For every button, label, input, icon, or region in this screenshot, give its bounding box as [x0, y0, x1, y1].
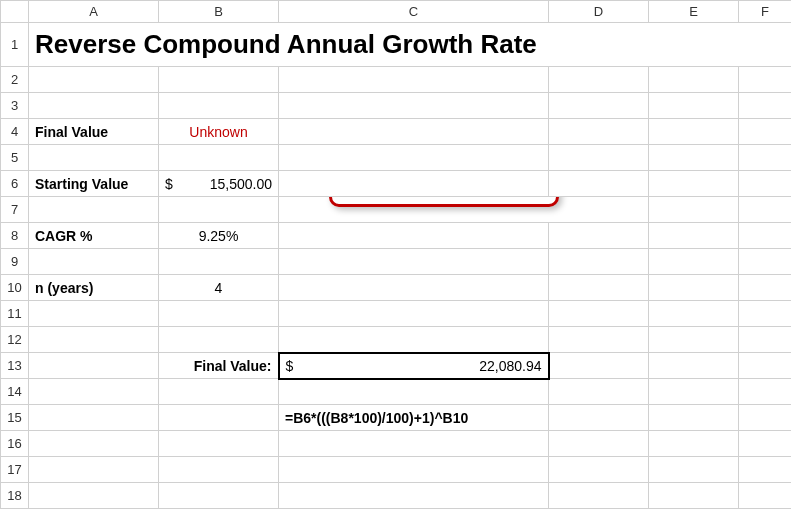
cell-E13[interactable]	[649, 353, 739, 379]
col-header-C[interactable]: C	[279, 1, 549, 23]
cell-A12[interactable]	[29, 327, 159, 353]
row-header-10[interactable]: 10	[1, 275, 29, 301]
cell-C16[interactable]	[279, 431, 549, 457]
cell-E9[interactable]	[649, 249, 739, 275]
cell-C14[interactable]	[279, 379, 549, 405]
row-header-4[interactable]: 4	[1, 119, 29, 145]
cell-A5[interactable]	[29, 145, 159, 171]
cell-D11[interactable]	[549, 301, 649, 327]
cagr-label[interactable]: CAGR %	[29, 223, 159, 249]
cell-D10[interactable]	[549, 275, 649, 301]
row-header-3[interactable]: 3	[1, 93, 29, 119]
starting-value-label[interactable]: Starting Value	[29, 171, 159, 197]
row-header-17[interactable]: 17	[1, 457, 29, 483]
cell-B17[interactable]	[159, 457, 279, 483]
cell-F15[interactable]	[739, 405, 792, 431]
cell-F8[interactable]	[739, 223, 792, 249]
cell-D15[interactable]	[549, 405, 649, 431]
cell-D17[interactable]	[549, 457, 649, 483]
cell-F17[interactable]	[739, 457, 792, 483]
final-value-label[interactable]: Final Value	[29, 119, 159, 145]
cell-A16[interactable]	[29, 431, 159, 457]
cell-B15[interactable]	[159, 405, 279, 431]
cell-E17[interactable]	[649, 457, 739, 483]
cell-A15[interactable]	[29, 405, 159, 431]
cell-F13[interactable]	[739, 353, 792, 379]
spreadsheet-grid[interactable]: A B C D E F 1 Reverse Compound Annual Gr…	[0, 0, 791, 509]
starting-value-cell[interactable]: $ 15,500.00	[159, 171, 279, 197]
col-header-B[interactable]: B	[159, 1, 279, 23]
cell-E16[interactable]	[649, 431, 739, 457]
col-header-A[interactable]: A	[29, 1, 159, 23]
cell-C9[interactable]	[279, 249, 549, 275]
cell-F11[interactable]	[739, 301, 792, 327]
row-header-12[interactable]: 12	[1, 327, 29, 353]
cell-D2[interactable]	[549, 67, 649, 93]
col-header-D[interactable]: D	[549, 1, 649, 23]
corner-cell[interactable]	[1, 1, 29, 23]
cell-A17[interactable]	[29, 457, 159, 483]
cell-F10[interactable]	[739, 275, 792, 301]
row-header-16[interactable]: 16	[1, 431, 29, 457]
row-header-1[interactable]: 1	[1, 23, 29, 67]
cell-C18[interactable]	[279, 483, 549, 509]
cell-F5[interactable]	[739, 145, 792, 171]
row-header-11[interactable]: 11	[1, 301, 29, 327]
cell-C11[interactable]	[279, 301, 549, 327]
cell-B2[interactable]	[159, 67, 279, 93]
cell-B12[interactable]	[159, 327, 279, 353]
cell-E4[interactable]	[649, 119, 739, 145]
row-header-2[interactable]: 2	[1, 67, 29, 93]
formula-display[interactable]: =B6*(((B8*100)/100)+1)^B10	[279, 405, 549, 431]
cell-F9[interactable]	[739, 249, 792, 275]
cell-C3[interactable]	[279, 93, 549, 119]
row-header-13[interactable]: 13	[1, 353, 29, 379]
cell-E11[interactable]	[649, 301, 739, 327]
cell-B11[interactable]	[159, 301, 279, 327]
cell-B18[interactable]	[159, 483, 279, 509]
cell-E6[interactable]	[649, 171, 739, 197]
col-header-F[interactable]: F	[739, 1, 792, 23]
cell-F14[interactable]	[739, 379, 792, 405]
cell-D3[interactable]	[549, 93, 649, 119]
cell-A11[interactable]	[29, 301, 159, 327]
cell-A18[interactable]	[29, 483, 159, 509]
cell-F2[interactable]	[739, 67, 792, 93]
cell-F12[interactable]	[739, 327, 792, 353]
cell-A3[interactable]	[29, 93, 159, 119]
cell-F6[interactable]	[739, 171, 792, 197]
cell-E5[interactable]	[649, 145, 739, 171]
cell-D13[interactable]	[549, 353, 649, 379]
cell-F16[interactable]	[739, 431, 792, 457]
cell-C12[interactable]	[279, 327, 549, 353]
row-header-7[interactable]: 7	[1, 197, 29, 223]
cell-C10[interactable]	[279, 275, 549, 301]
cell-A7[interactable]	[29, 197, 159, 223]
cell-E8[interactable]	[649, 223, 739, 249]
cell-D14[interactable]	[549, 379, 649, 405]
cell-F18[interactable]	[739, 483, 792, 509]
cell-D6[interactable]	[549, 171, 649, 197]
cell-E18[interactable]	[649, 483, 739, 509]
cell-D4[interactable]	[549, 119, 649, 145]
cell-B3[interactable]	[159, 93, 279, 119]
cell-D5[interactable]	[549, 145, 649, 171]
cell-E12[interactable]	[649, 327, 739, 353]
cell-F7[interactable]	[739, 197, 792, 223]
cell-A2[interactable]	[29, 67, 159, 93]
cell-B14[interactable]	[159, 379, 279, 405]
cagr-value[interactable]: 9.25%	[159, 223, 279, 249]
n-years-label[interactable]: n (years)	[29, 275, 159, 301]
cell-C2[interactable]	[279, 67, 549, 93]
cell-C5[interactable]	[279, 145, 549, 171]
row-header-15[interactable]: 15	[1, 405, 29, 431]
cell-F3[interactable]	[739, 93, 792, 119]
cell-A14[interactable]	[29, 379, 159, 405]
cell-E14[interactable]	[649, 379, 739, 405]
cell-A13[interactable]	[29, 353, 159, 379]
cell-D16[interactable]	[549, 431, 649, 457]
cell-C8[interactable]	[279, 223, 549, 249]
cell-B5[interactable]	[159, 145, 279, 171]
row-header-6[interactable]: 6	[1, 171, 29, 197]
cell-E10[interactable]	[649, 275, 739, 301]
